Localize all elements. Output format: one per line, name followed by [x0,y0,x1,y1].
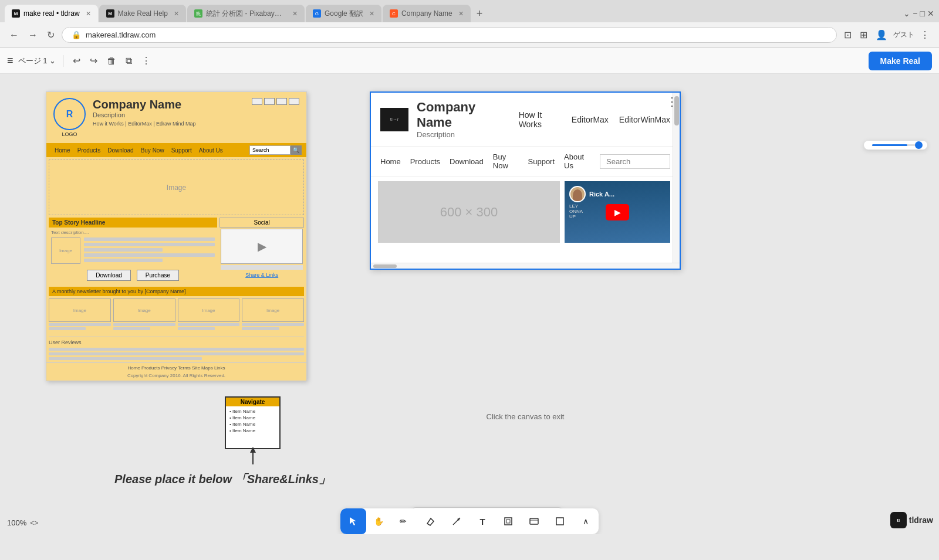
wf-nl-item-3: Image [178,298,240,332]
page-dropdown-icon: ⌄ [49,56,56,65]
bottom-toolbar: ✋ ✏ T ∧ [0,508,939,534]
new-tab-button[interactable]: + [472,8,488,20]
close-window-button[interactable]: ✕ [927,9,934,18]
minimize-button[interactable]: − [913,9,917,18]
delete-button[interactable]: 🗑 [104,53,119,69]
wf-nl-img-1: Image [49,298,111,322]
wf-nav-item-2: • Item Name [229,415,276,420]
pencil-tool[interactable]: ✏ [392,508,418,534]
browser-actions: ⊡ ⊞ 👤 ゲスト ⋮ [842,27,932,43]
preview-nav2-products[interactable]: Products [410,157,440,166]
tab-list-button[interactable]: ⌄ [903,9,910,18]
tab-active[interactable]: M make real • tldraw ✕ [5,5,98,22]
wf-purchase-button[interactable]: Purchase [137,270,179,281]
back-button[interactable]: ← [7,28,21,43]
wf-description: Description [93,111,245,118]
wf-header-links: How it Works | EditorMax | Edraw Mind Ma… [93,121,245,127]
hamburger-menu[interactable]: ≡ [7,55,13,67]
preview-logo-text: tl→r [390,117,399,122]
wf-review-line-2 [49,352,304,355]
preview-search-input[interactable] [600,154,670,169]
url-bar[interactable]: 🔒 makereal.tldraw.com [62,27,837,43]
more-tools-button[interactable]: ∧ [573,508,599,534]
preview-hscroll[interactable] [371,263,680,269]
wf-video[interactable]: ▶ [221,229,303,264]
tab-2[interactable]: M Make Real Help ✕ [99,5,186,22]
more-tools-icon: ∧ [583,517,589,526]
forward-button[interactable]: → [26,28,40,43]
tab-label-3: 統計 分析図 - Pixabayの無料ベ... [206,9,286,19]
wf-search[interactable]: 🔍 [249,145,302,155]
wf-nl-line-4b [242,327,279,330]
wf-hero-label: Image [167,184,186,192]
eraser-icon [425,516,436,527]
tab-close-4[interactable]: ✕ [369,10,374,18]
preview-nav2-download[interactable]: Download [450,157,484,166]
tab-close-2[interactable]: ✕ [174,10,179,18]
preview-nav2-home[interactable]: Home [380,157,401,166]
tab-3[interactable]: 統 統計 分析図 - Pixabayの無料ベ... ✕ [187,5,305,22]
wf-download-button[interactable]: Download [87,270,130,281]
wf-nav-download[interactable]: Download [104,147,137,154]
preview-nav-editormax[interactable]: EditorMax [572,115,609,124]
sidebar-button[interactable]: ⊞ [857,27,870,43]
text-tool[interactable]: T [470,508,495,534]
wf-copyright: Copyright Company 2016. All Rights Reser… [46,373,306,381]
wf-nl-line-1b [49,327,86,330]
wf-share-link[interactable]: Share & Links [219,271,304,279]
canvas[interactable]: R LOGO Company Name Description How it W… [0,74,939,534]
wf-nav-home[interactable]: Home [51,147,74,154]
tab-favicon-4: G [313,9,321,18]
tab-5[interactable]: C Company Name ✕ [383,5,471,22]
menu-button[interactable]: ⋮ [918,27,932,43]
undo-button[interactable]: ↩ [70,53,83,69]
cast-button[interactable]: ⊡ [842,27,854,43]
profile-button[interactable]: 👤 [873,27,890,43]
preview-image-600: 600 × 300 [378,181,560,243]
wf-nl-line-3b [178,327,215,330]
preview-scroll[interactable]: tl→r Company Name Description How It Wor… [371,93,680,263]
eraser-tool[interactable] [418,508,444,534]
wf-box-1 [252,98,262,105]
wf-nl-line-2a [113,323,175,326]
preview-nav-how[interactable]: How It Works [519,110,561,129]
shape-tool[interactable] [547,508,573,534]
preview-nav-editorwinmax[interactable]: EditorWinMax [619,115,670,124]
tab-close-5[interactable]: ✕ [458,10,464,18]
make-real-button[interactable]: Make Real [869,52,932,70]
preview-nav2-support[interactable]: Support [528,157,555,166]
reload-button[interactable]: ↻ [45,27,57,43]
wf-nav-about[interactable]: About Us [195,147,227,154]
preview-scrollbar[interactable] [673,93,680,263]
tab-close-3[interactable]: ✕ [292,10,298,18]
frame-tool[interactable] [495,508,521,534]
duplicate-button[interactable]: ⧉ [123,53,134,69]
address-bar: ← → ↻ 🔒 makereal.tldraw.com ⊡ ⊞ 👤 ゲスト ⋮ [0,22,939,48]
wf-story-desc: Text description.... [51,230,215,235]
tab-close-1[interactable]: ✕ [86,10,91,18]
slider-track[interactable] [872,144,919,146]
page-selector[interactable]: ページ 1 ⌄ [18,56,56,66]
zoom-slider[interactable] [864,141,927,150]
slider-thumb[interactable] [915,141,923,149]
wf-search-button[interactable]: 🔍 [291,145,302,155]
select-tool[interactable] [340,508,366,534]
wf-story-lines [84,237,215,264]
tab-4[interactable]: G Google 翻訳 ✕ [306,5,381,22]
preview-nav2-about[interactable]: About Us [564,152,590,170]
restore-button[interactable]: □ [920,9,925,18]
redo-button[interactable]: ↪ [87,53,100,69]
more-options-button[interactable]: ⋮ [139,53,153,69]
arrow-tool[interactable] [444,508,470,534]
hand-tool[interactable]: ✋ [366,508,392,534]
wf-nav-support[interactable]: Support [168,147,195,154]
preview-nav: How It Works EditorMax EditorWinMax [519,110,670,129]
preview-video[interactable]: Rick A... LEY ONNA UP ▶ [565,181,670,243]
preview-nav2-buynow[interactable]: Buy Now [493,152,519,170]
preview-play-button[interactable]: ▶ [606,204,629,220]
preview-hscroll-thumb [373,264,397,268]
embed-tool[interactable] [521,508,547,534]
wf-nav-products[interactable]: Products [74,147,104,154]
wf-search-input[interactable] [249,145,291,155]
wf-nav-buynow[interactable]: Buy Now [137,147,168,154]
